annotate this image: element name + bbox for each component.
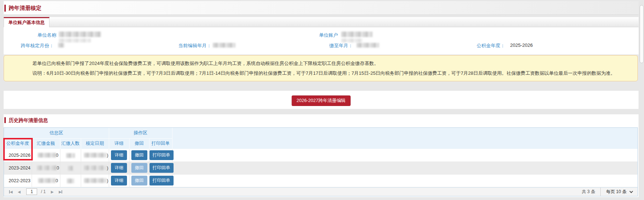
table-row: 2022-2023 0 ) 详细 撤回 打印回单 <box>4 174 637 187</box>
detail-button[interactable]: 详细 <box>111 150 127 160</box>
pagination-bar: ◀ ◀ / 1 ▶ ▶ 共 3 条 每页 10 条 <box>4 187 637 196</box>
cell-verify-date: ) <box>81 162 109 174</box>
cell-fund-year: 2023-2024 <box>4 162 32 174</box>
col-header-detail: 详细 <box>109 138 129 149</box>
col-header-print: 打印回单 <box>149 138 172 149</box>
cell-fund-year: 2025-2026 <box>4 149 32 162</box>
redacted-unit-account <box>341 32 373 37</box>
cell-filler <box>172 149 637 162</box>
per-page-select[interactable]: 每页 10 条 <box>600 188 637 196</box>
redacted-people <box>68 166 73 171</box>
label-unit-account: 单位账户 <box>319 32 338 38</box>
cell-remit-amount: 0 <box>32 149 60 162</box>
scrollbar-thumb[interactable] <box>640 5 644 63</box>
last-page-icon[interactable]: ▶ <box>59 190 62 194</box>
page-title-bar: 跨年清册核定 <box>4 1 639 15</box>
redacted-crossyear-month <box>58 43 64 48</box>
redacted-amount <box>38 153 56 158</box>
cell-print: 打印回单 <box>149 174 172 187</box>
cell-fund-year: 2022-2023 <box>4 174 32 187</box>
cell-detail: 详细 <box>109 149 129 162</box>
first-page-icon[interactable]: ◀ <box>9 190 13 194</box>
cell-remit-amount: 0 <box>32 162 60 174</box>
redacted-date <box>84 178 107 183</box>
history-table: 信息区 操作区 公积金年度 汇缴金额 汇缴人数 核定日期 详细 撤回 打印回单 … <box>4 128 637 187</box>
prev-page-icon[interactable]: ◀ <box>18 190 21 194</box>
scrollbar-track[interactable] <box>639 0 644 200</box>
redacted-date <box>84 166 107 170</box>
page-number-input[interactable] <box>26 188 37 195</box>
cell-verify-date: ) <box>81 149 109 162</box>
redacted-unit-name <box>59 32 101 37</box>
tab-strip: 单位账户基本信息 <box>4 17 639 27</box>
cell-remit-people <box>60 162 81 174</box>
notice-line2: 说明：6月10日-30日向税务部门申报的社保缴费工资，可于7月3日后调取使用；7… <box>32 70 627 77</box>
redacted-people <box>67 179 74 183</box>
page-title: 跨年清册核定 <box>9 5 41 12</box>
total-pages-label: / 1 <box>41 189 45 194</box>
account-info-panel: 单位账户基本信息 单位名称 单位账户 跨年核定月份： 当前编辑年月： 缴至年月：… <box>4 17 639 54</box>
value-unit-name <box>59 31 106 42</box>
label-paid-until-month: 缴至年月： <box>329 42 353 49</box>
redacted-amount <box>38 178 56 183</box>
print-receipt-button[interactable]: 打印回单 <box>150 176 174 185</box>
print-receipt-button[interactable]: 打印回单 <box>150 163 174 173</box>
value-fund-year: 2025-2026 <box>510 42 533 48</box>
history-section-title: 历史跨年清册信息 <box>9 117 48 124</box>
cell-revoke: 撤回 <box>129 149 149 162</box>
app-window: 跨年清册核定 单位账户基本信息 单位名称 单位账户 跨年核定月份： 当前编辑年月… <box>0 0 644 200</box>
cell-print: 打印回单 <box>149 149 172 162</box>
notice-line1: 若单位已向税务部门申报了2024年度社会保险费缴费工资，可调取使用该数据作为职工… <box>32 60 627 67</box>
revoke-button-disabled: 撤回 <box>131 176 147 185</box>
cell-detail: 详细 <box>109 162 129 174</box>
value-unit-account <box>341 31 381 42</box>
cell-filler <box>172 174 637 187</box>
col-header-remit-amount: 汇缴金额 <box>32 138 60 149</box>
title-accent-bar <box>4 5 6 12</box>
per-page-label: 每页 10 条 <box>606 189 627 195</box>
table-row: 2023-2024 0 ) 详细 撤回 打印回单 <box>4 162 637 174</box>
label-unit-name: 单位名称 <box>37 32 56 38</box>
detail-button[interactable]: 详细 <box>111 176 127 185</box>
group-header-info: 信息区 <box>4 128 109 138</box>
col-header-fund-year: 公积金年度 <box>4 138 32 149</box>
redacted-amount <box>37 166 57 170</box>
cell-verify-date: ) <box>81 174 109 187</box>
cell-revoke: 撤回 <box>129 174 149 187</box>
next-page-icon[interactable]: ▶ <box>51 190 54 194</box>
cell-detail: 详细 <box>109 174 129 187</box>
col-header-remit-people: 汇缴人数 <box>60 138 81 149</box>
redacted-paid-until-month <box>357 43 379 48</box>
revoke-button[interactable]: 撤回 <box>131 150 147 160</box>
tab-account-basic-info[interactable]: 单位账户基本信息 <box>4 17 49 27</box>
cell-remit-people <box>60 174 81 187</box>
total-count-label: 共 3 条 <box>582 189 595 195</box>
history-panel: 历史跨年清册信息 信息区 操作区 公积金年度 汇缴金额 汇缴人数 核定日期 详 <box>4 114 639 197</box>
cell-remit-amount: 0 <box>32 174 60 187</box>
notice-box: 若单位已向税务部门申报了2024年度社会保险费缴费工资，可调取使用该数据作为职工… <box>4 55 638 81</box>
value-paid-until-month <box>357 42 379 48</box>
redacted-people <box>66 153 75 158</box>
cell-filler <box>172 162 637 174</box>
redacted-current-edit-month <box>213 43 235 48</box>
cell-remit-people <box>60 149 81 162</box>
header-filler <box>172 128 637 149</box>
label-fund-year: 公积金年度： <box>477 42 505 49</box>
detail-button[interactable]: 详细 <box>111 163 127 173</box>
print-receipt-button[interactable]: 打印回单 <box>150 150 174 160</box>
col-header-verify-date: 核定日期 <box>81 138 109 149</box>
table-row: 2025-2026 0 ) 详细 撤回 打印回单 <box>4 149 637 162</box>
redacted-date <box>84 153 107 158</box>
edit-button-strip: 2026-2027跨年清册编辑 <box>4 91 639 109</box>
cell-print: 打印回单 <box>149 162 172 174</box>
value-crossyear-month <box>58 42 64 48</box>
col-header-revoke: 撤回 <box>129 138 149 149</box>
cell-revoke: 撤回 <box>129 162 149 174</box>
crossyear-roster-edit-button[interactable]: 2026-2027跨年清册编辑 <box>291 95 351 106</box>
chevron-down-icon <box>629 189 633 193</box>
value-current-edit-month <box>213 42 235 48</box>
label-crossyear-month: 跨年核定月份： <box>21 42 54 49</box>
revoke-button-disabled: 撤回 <box>131 163 147 173</box>
history-accent-bar <box>4 117 6 123</box>
label-current-edit-month: 当前编辑年月： <box>178 42 211 49</box>
